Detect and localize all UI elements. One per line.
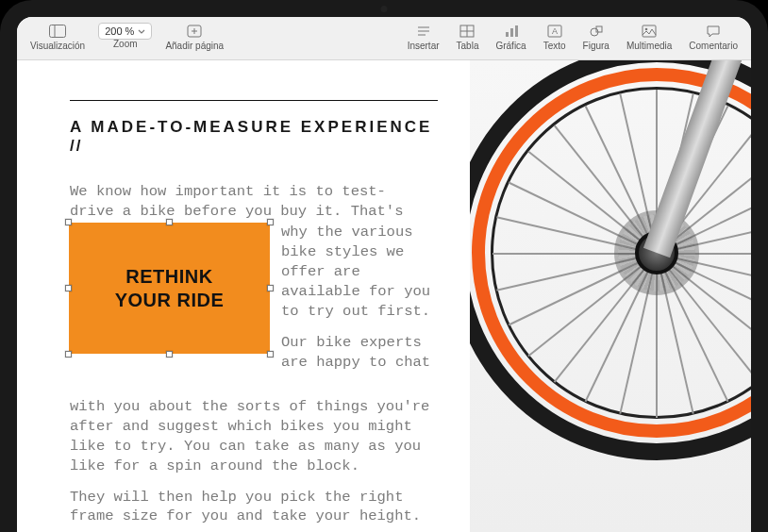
bicycle-wheel-image <box>470 60 751 460</box>
zoom-label: Zoom <box>113 40 138 49</box>
section-heading[interactable]: A MADE-TO-MEASURE EXPERIENCE // <box>70 118 449 156</box>
resize-handle-tl[interactable] <box>65 219 72 225</box>
image-column[interactable] <box>470 60 751 532</box>
svg-rect-12 <box>510 28 513 37</box>
p2-continuation: with you about the sorts of things you'r… <box>70 397 440 476</box>
sidebar-layout-icon <box>49 23 66 40</box>
insert-button[interactable]: Insertar <box>400 21 447 53</box>
text-label: Texto <box>543 42 566 51</box>
p1-right: why the various bike styles we offer are… <box>281 223 440 322</box>
plus-page-icon <box>187 23 202 40</box>
device-camera <box>381 6 388 12</box>
shape-label: Figura <box>583 42 609 51</box>
resize-handle-bl[interactable] <box>65 351 72 357</box>
p1-line1: We know how important it is to test- <box>70 182 440 202</box>
p3: They will then help you pick the right f… <box>70 488 440 527</box>
svg-rect-13 <box>515 25 518 37</box>
comment-button[interactable]: Comentario <box>681 21 745 53</box>
document-canvas[interactable]: A MADE-TO-MEASURE EXPERIENCE // We know … <box>17 60 751 532</box>
table-grid-icon <box>459 23 475 40</box>
media-label: Multimedia <box>626 42 672 51</box>
view-label: Visualización <box>30 42 85 51</box>
zoom-value: 200 % <box>105 25 134 37</box>
resize-handle-mr[interactable] <box>267 285 274 291</box>
view-button[interactable]: Visualización <box>23 21 92 53</box>
svg-rect-11 <box>506 32 509 37</box>
bar-chart-icon <box>504 23 519 40</box>
p2-right: Our bike experts are happy to chat <box>281 333 440 373</box>
resize-handle-br[interactable] <box>267 351 274 357</box>
comment-bubble-icon <box>706 23 721 40</box>
chart-label: Gráfica <box>495 42 526 51</box>
body-text-area[interactable]: We know how important it is to test- dri… <box>70 182 440 526</box>
svg-point-19 <box>645 28 648 31</box>
shape-button[interactable]: Figura <box>576 21 617 53</box>
heading-suffix: // <box>70 137 82 155</box>
shapes-icon <box>589 23 604 40</box>
svg-rect-0 <box>50 25 66 38</box>
header-rule <box>70 100 438 101</box>
text-button[interactable]: A Texto <box>536 21 574 53</box>
add-page-button[interactable]: Añadir página <box>158 21 231 53</box>
callout-line2: YOUR RIDE <box>115 289 225 312</box>
resize-handle-ml[interactable] <box>65 285 72 291</box>
callout-line1: RETHINK <box>115 265 225 289</box>
text-box-icon: A <box>547 23 562 40</box>
lines-icon <box>416 23 431 40</box>
comment-label: Comentario <box>689 42 738 51</box>
chart-button[interactable]: Gráfica <box>488 21 533 53</box>
chevron-down-icon <box>138 29 145 34</box>
resize-handle-bm[interactable] <box>166 351 173 357</box>
device-frame: Visualización 200 % Zoom Añadir página I… <box>0 0 768 532</box>
callout-box[interactable]: RETHINK YOUR RIDE <box>69 223 270 354</box>
insert-label: Insertar <box>408 42 440 51</box>
table-button[interactable]: Tabla <box>449 21 487 53</box>
toolbar: Visualización 200 % Zoom Añadir página I… <box>17 17 751 60</box>
page-content[interactable]: A MADE-TO-MEASURE EXPERIENCE // We know … <box>17 60 470 532</box>
heading-text: A MADE-TO-MEASURE EXPERIENCE <box>70 118 432 136</box>
svg-text:A: A <box>552 26 558 36</box>
resize-handle-tr[interactable] <box>267 219 274 225</box>
add-page-label: Añadir página <box>165 42 224 51</box>
image-icon <box>642 23 657 40</box>
zoom-control[interactable]: 200 % Zoom <box>94 21 156 51</box>
table-label: Tabla <box>457 42 479 51</box>
p1-line2: drive a bike before you buy it. That's <box>70 202 440 222</box>
resize-handle-tm[interactable] <box>166 219 173 225</box>
media-button[interactable]: Multimedia <box>619 21 679 53</box>
